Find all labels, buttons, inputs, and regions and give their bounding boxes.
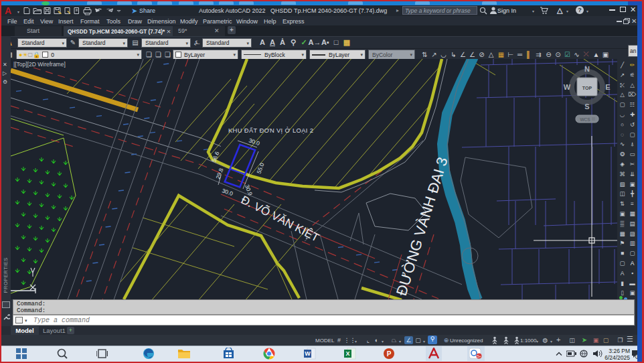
svg-text:5+: 5+: [477, 354, 481, 358]
svg-text:N: N: [584, 65, 590, 73]
svg-text:E: E: [605, 83, 610, 91]
svg-text:WCS: WCS: [580, 117, 590, 122]
svg-text:TOP: TOP: [582, 86, 592, 90]
svg-text:W: W: [305, 350, 311, 357]
svg-text:S: S: [584, 102, 589, 111]
svg-text:W: W: [564, 83, 571, 91]
svg-text:|[Top][2D Wireframe]: |[Top][2D Wireframe]: [13, 61, 66, 68]
svg-text:P: P: [387, 350, 392, 358]
svg-text:X: X: [345, 350, 349, 357]
svg-text:KHU ĐẤT ĐƠN VỊ Ở LOẠI 2: KHU ĐẤT ĐƠN VỊ Ở LOẠI 2: [228, 127, 313, 134]
